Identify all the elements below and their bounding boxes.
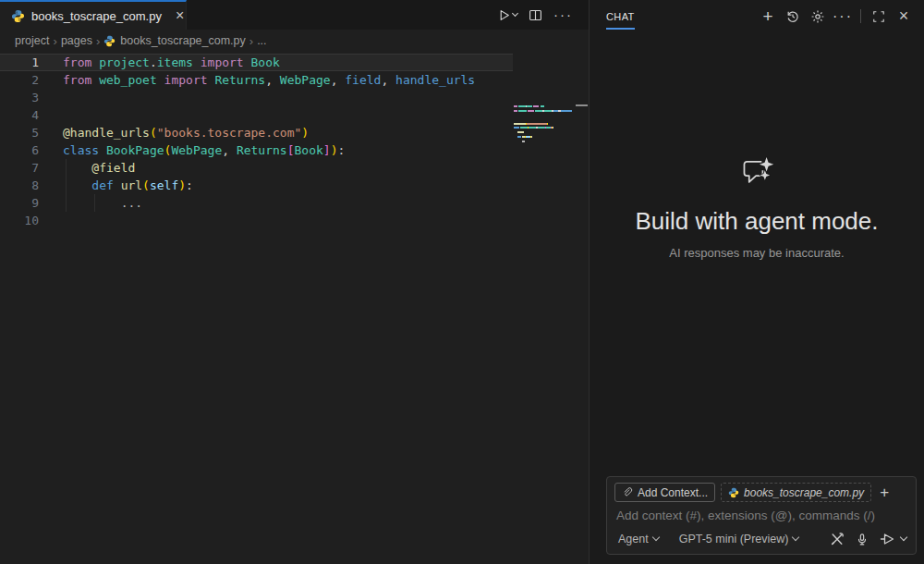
add-file-context-icon[interactable]: +	[877, 484, 892, 502]
settings-gear-icon[interactable]	[807, 6, 829, 28]
tab-chat[interactable]: CHAT	[606, 3, 635, 30]
chevron-down-icon	[651, 533, 659, 541]
mode-picker-agent[interactable]: Agent	[614, 531, 663, 547]
paperclip-icon	[622, 486, 633, 498]
breadcrumb-project[interactable]: project	[15, 34, 50, 47]
code-line[interactable]: 1from project.items import Book	[0, 54, 513, 71]
code-line[interactable]: 2from web_poet import Returns, WebPage, …	[0, 71, 513, 89]
microphone-icon[interactable]	[856, 533, 869, 546]
overview-ruler[interactable]	[575, 52, 589, 564]
python-file-icon	[11, 9, 25, 23]
editor-group: books_toscrape_com.py × ··· project › pa…	[0, 0, 590, 564]
welcome-subtitle: AI responses may be inaccurate.	[590, 246, 924, 260]
close-panel-icon[interactable]: ×	[893, 6, 915, 28]
code-line[interactable]: 10	[0, 212, 513, 229]
tools-icon[interactable]	[830, 532, 845, 546]
model-picker[interactable]: GPT-5 mini (Preview)	[675, 531, 803, 547]
add-context-button[interactable]: Add Context...	[614, 483, 715, 502]
context-chips-row: Add Context... books_toscrape_com.py +	[614, 483, 908, 502]
split-editor-icon[interactable]	[526, 6, 545, 25]
python-file-icon	[103, 35, 116, 47]
run-button[interactable]	[494, 6, 520, 25]
tab-books-toscrape-com-py[interactable]: books_toscrape_com.py ×	[0, 0, 187, 30]
code-line[interactable]: 8 def url(self):	[0, 177, 513, 194]
chat-welcome: Build with agent mode. AI responses may …	[590, 155, 924, 260]
tab-bar: books_toscrape_com.py × ···	[0, 0, 589, 30]
chat-header: CHAT + ···	[590, 0, 924, 32]
header-separator	[860, 9, 861, 23]
breadcrumb: project › pages › books_toscrape_com.py …	[0, 30, 589, 52]
code-line[interactable]: 5@handle_urls("books.toscrape.com")	[0, 124, 513, 141]
code-line[interactable]: 6class BookPage(WebPage, Returns[Book]):	[0, 141, 513, 159]
tab-label: books_toscrape_com.py	[31, 9, 162, 23]
vscode-window: books_toscrape_com.py × ··· project › pa…	[0, 0, 924, 564]
code-line[interactable]: 7 @field	[0, 159, 513, 177]
overview-cursor-mark	[576, 104, 588, 106]
breadcrumb-symbol[interactable]: ...	[257, 34, 266, 47]
mode-label: Agent	[618, 533, 649, 546]
breadcrumb-pages[interactable]: pages	[61, 34, 92, 47]
chat-more-icon[interactable]: ···	[832, 6, 854, 28]
history-icon[interactable]	[782, 6, 804, 28]
code-line[interactable]: 9 ...	[0, 194, 513, 212]
breadcrumb-file[interactable]: books_toscrape_com.py	[103, 34, 246, 47]
editor-more-actions-icon[interactable]: ···	[551, 8, 576, 21]
welcome-title: Build with agent mode.	[590, 207, 924, 236]
breadcrumb-file-label: books_toscrape_com.py	[120, 34, 246, 47]
send-button[interactable]	[880, 532, 906, 546]
add-context-label: Add Context...	[638, 486, 708, 499]
model-label: GPT-5 mini (Preview)	[679, 533, 789, 546]
minimap[interactable]	[514, 104, 573, 148]
chat-input-box[interactable]: Add Context... books_toscrape_com.py + A…	[606, 476, 917, 555]
file-chip-label: books_toscrape_com.py	[744, 486, 864, 499]
input-action-icons	[830, 532, 906, 546]
tab-close-icon[interactable]: ×	[176, 8, 184, 23]
maximize-panel-icon[interactable]	[868, 6, 890, 28]
chat-panel: CHAT + ···	[590, 0, 924, 564]
code-lines: 1from project.items import Book2from web…	[0, 54, 513, 229]
python-file-icon	[728, 487, 739, 498]
editor-actions: ···	[494, 0, 589, 30]
chevron-down-icon	[792, 533, 799, 541]
code-editor[interactable]: 1from project.items import Book2from web…	[0, 52, 589, 564]
chat-input-controls: Agent GPT-5 mini (Preview)	[614, 531, 906, 547]
current-file-context-chip[interactable]: books_toscrape_com.py	[721, 483, 871, 502]
breadcrumb-separator: ›	[96, 34, 100, 48]
run-dropdown-icon[interactable]	[512, 9, 518, 16]
new-chat-icon[interactable]: +	[757, 6, 779, 28]
chat-header-actions: + ···	[757, 6, 915, 28]
chat-sparkle-icon	[738, 155, 775, 189]
send-dropdown-icon[interactable]	[900, 533, 907, 541]
breadcrumb-separator: ›	[54, 34, 57, 48]
code-line[interactable]: 4	[0, 106, 513, 124]
code-line[interactable]: 3	[0, 89, 513, 106]
chat-prompt-input[interactable]: Add context (#), extensions (@), command…	[614, 509, 908, 522]
breadcrumb-separator: ›	[249, 34, 253, 48]
